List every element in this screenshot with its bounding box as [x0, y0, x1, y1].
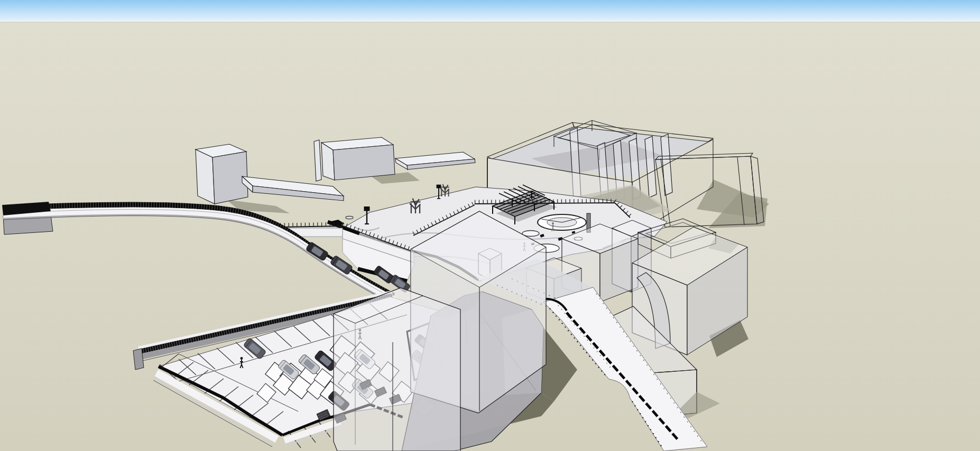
sky — [0, 0, 980, 22]
model-viewport[interactable] — [0, 0, 980, 451]
model-canvas[interactable] — [0, 0, 980, 451]
glass-volume-front — [334, 288, 460, 451]
manhole — [346, 216, 353, 219]
